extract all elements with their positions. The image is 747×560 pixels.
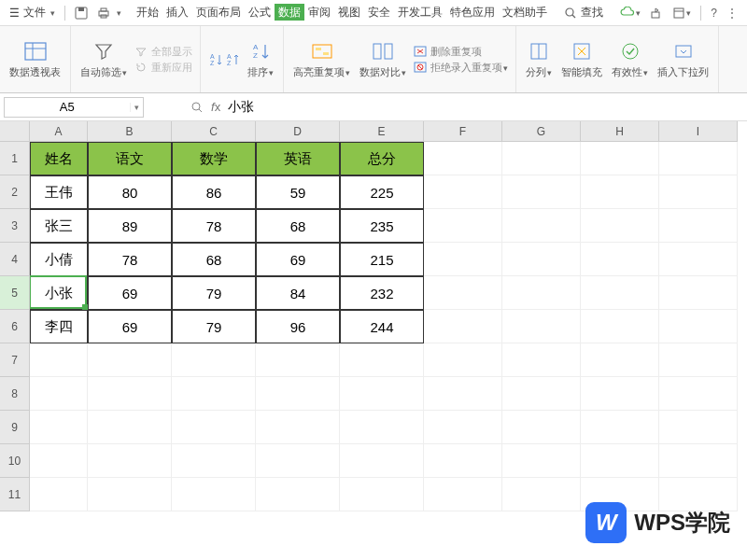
cell[interactable] bbox=[502, 444, 581, 478]
cell[interactable] bbox=[581, 310, 659, 343]
tab-插入[interactable]: 插入 bbox=[162, 4, 192, 21]
row-header-10[interactable]: 10 bbox=[0, 444, 30, 478]
cell[interactable] bbox=[659, 276, 738, 310]
data-compare-button[interactable]: 数据对比▾ bbox=[358, 37, 408, 81]
cell[interactable] bbox=[256, 411, 340, 444]
tab-数据[interactable]: 数据 bbox=[275, 4, 304, 21]
cell[interactable] bbox=[172, 377, 256, 411]
help-icon[interactable]: ? bbox=[707, 5, 721, 21]
cell[interactable] bbox=[424, 142, 502, 175]
column-header-H[interactable]: H bbox=[581, 121, 659, 142]
cell[interactable] bbox=[659, 142, 738, 175]
column-header-D[interactable]: D bbox=[256, 121, 340, 142]
table-cell[interactable]: 79 bbox=[172, 310, 256, 343]
cell[interactable] bbox=[659, 377, 738, 411]
table-header-cell[interactable]: 语文 bbox=[88, 142, 172, 175]
save-icon[interactable] bbox=[71, 5, 92, 21]
sort-asc-icon[interactable]: AZ bbox=[208, 52, 223, 67]
column-header-B[interactable]: B bbox=[88, 121, 172, 142]
cell[interactable] bbox=[88, 478, 172, 511]
row-header-8[interactable]: 8 bbox=[0, 377, 30, 411]
cell[interactable] bbox=[424, 209, 502, 243]
table-header-cell[interactable]: 英语 bbox=[256, 142, 340, 175]
cell-grid[interactable]: 姓名语文数学英语总分王伟808659225张三897868235小倩786869… bbox=[30, 142, 747, 511]
cell[interactable] bbox=[659, 209, 738, 243]
cell[interactable] bbox=[581, 209, 659, 243]
file-menu[interactable]: ☰ 文件 ▾ bbox=[6, 3, 59, 22]
cell[interactable] bbox=[502, 377, 581, 411]
reapply-button[interactable]: 重新应用 bbox=[134, 61, 192, 75]
column-header-G[interactable]: G bbox=[502, 121, 581, 142]
expand-formula-icon[interactable] bbox=[190, 101, 204, 114]
table-cell[interactable]: 89 bbox=[88, 209, 172, 243]
table-cell[interactable]: 59 bbox=[256, 175, 340, 209]
table-cell[interactable]: 69 bbox=[88, 276, 172, 310]
column-header-F[interactable]: F bbox=[424, 121, 502, 142]
row-header-1[interactable]: 1 bbox=[0, 142, 30, 175]
cell[interactable] bbox=[340, 377, 424, 411]
column-header-C[interactable]: C bbox=[172, 121, 256, 142]
show-all-button[interactable]: 全部显示 bbox=[134, 45, 192, 59]
row-header-3[interactable]: 3 bbox=[0, 209, 30, 243]
cell[interactable] bbox=[581, 411, 659, 444]
cell[interactable] bbox=[424, 276, 502, 310]
cell[interactable] bbox=[172, 411, 256, 444]
column-header-A[interactable]: A bbox=[30, 121, 88, 142]
name-box[interactable]: ▾ bbox=[4, 97, 144, 118]
highlight-duplicates-button[interactable]: 高亮重复项▾ bbox=[291, 37, 352, 81]
tab-开发工具[interactable]: 开发工具 bbox=[394, 4, 446, 21]
tab-特色应用[interactable]: 特色应用 bbox=[446, 4, 499, 21]
table-cell[interactable]: 68 bbox=[172, 243, 256, 276]
tab-视图[interactable]: 视图 bbox=[334, 4, 364, 21]
cell[interactable] bbox=[30, 377, 88, 411]
cell[interactable] bbox=[659, 444, 738, 478]
cell[interactable] bbox=[502, 175, 581, 209]
cell[interactable] bbox=[424, 243, 502, 276]
cell[interactable] bbox=[88, 411, 172, 444]
cell[interactable] bbox=[502, 478, 581, 511]
sort-button[interactable]: AZ 排序▾ bbox=[246, 37, 275, 81]
cell[interactable] bbox=[30, 478, 88, 511]
cell[interactable] bbox=[502, 276, 581, 310]
cell[interactable] bbox=[581, 444, 659, 478]
cloud-sync-icon[interactable]: ▾ bbox=[616, 5, 644, 21]
name-box-input[interactable] bbox=[5, 100, 130, 114]
table-cell[interactable]: 80 bbox=[88, 175, 172, 209]
cell[interactable] bbox=[424, 478, 502, 511]
cell[interactable] bbox=[340, 343, 424, 377]
text-to-columns-button[interactable]: 分列▾ bbox=[524, 37, 554, 81]
row-header-2[interactable]: 2 bbox=[0, 175, 30, 209]
cell[interactable] bbox=[581, 377, 659, 411]
data-validation-button[interactable]: 有效性▾ bbox=[610, 37, 650, 81]
tab-审阅[interactable]: 审阅 bbox=[304, 4, 334, 21]
cell[interactable] bbox=[424, 343, 502, 377]
cell[interactable] bbox=[659, 175, 738, 209]
table-cell[interactable]: 86 bbox=[172, 175, 256, 209]
table-cell[interactable]: 69 bbox=[256, 243, 340, 276]
table-cell[interactable]: 215 bbox=[340, 243, 424, 276]
cell[interactable] bbox=[340, 444, 424, 478]
table-cell[interactable]: 232 bbox=[340, 276, 424, 310]
cell[interactable] bbox=[256, 343, 340, 377]
pivot-table-button[interactable]: 数据透视表 bbox=[7, 37, 63, 81]
cell[interactable] bbox=[502, 310, 581, 343]
row-header-11[interactable]: 11 bbox=[0, 478, 30, 511]
insert-dropdown-button[interactable]: 插入下拉列 bbox=[655, 37, 711, 81]
row-header-9[interactable]: 9 bbox=[0, 411, 30, 444]
cell[interactable] bbox=[424, 377, 502, 411]
cell[interactable] bbox=[659, 243, 738, 276]
select-all-corner[interactable] bbox=[0, 121, 30, 142]
tab-安全[interactable]: 安全 bbox=[364, 4, 394, 21]
cell[interactable] bbox=[502, 209, 581, 243]
table-cell[interactable]: 68 bbox=[256, 209, 340, 243]
table-cell[interactable]: 96 bbox=[256, 310, 340, 343]
table-header-cell[interactable]: 总分 bbox=[340, 142, 424, 175]
row-header-4[interactable]: 4 bbox=[0, 243, 30, 276]
table-cell[interactable]: 235 bbox=[340, 209, 424, 243]
row-header-6[interactable]: 6 bbox=[0, 310, 30, 343]
table-cell[interactable]: 小张 bbox=[30, 276, 88, 310]
cell[interactable] bbox=[172, 343, 256, 377]
cell[interactable] bbox=[502, 343, 581, 377]
formula-input[interactable] bbox=[228, 100, 601, 115]
cell[interactable] bbox=[30, 444, 88, 478]
